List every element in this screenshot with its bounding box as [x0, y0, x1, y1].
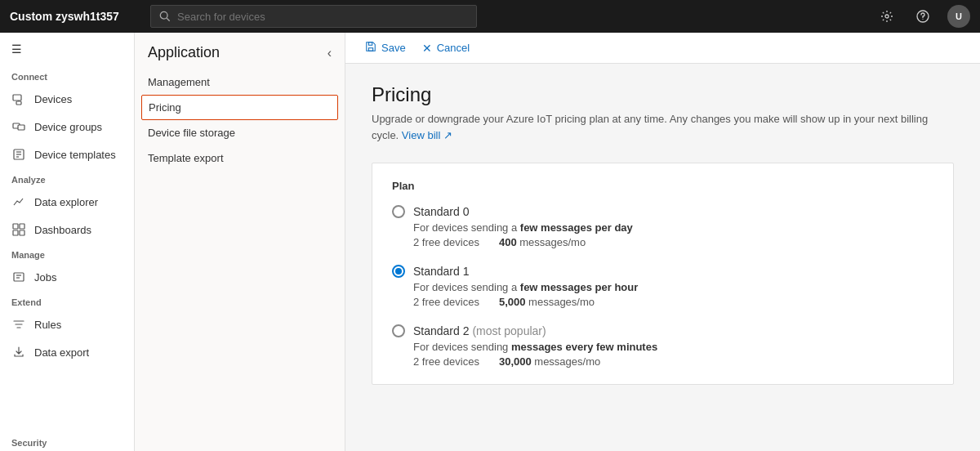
svg-rect-15 [20, 224, 24, 229]
svg-rect-16 [13, 230, 18, 235]
mid-nav-device-file-storage[interactable]: Device file storage [135, 120, 345, 145]
data-export-label: Data export [34, 346, 122, 359]
mid-panel-header: Application ‹ [135, 33, 345, 69]
main-content: Save ✕ Cancel Pricing Upgrade or downgra… [345, 33, 980, 451]
plan-standard-1: Standard 1 For devices sending a few mes… [392, 265, 933, 308]
data-explorer-label: Data explorer [34, 196, 122, 208]
plan-1-desc: For devices sending a few messages per h… [413, 281, 933, 293]
jobs-icon [11, 270, 26, 284]
plan-1-name: Standard 1 [413, 265, 470, 278]
section-security-label: Security [0, 431, 134, 451]
mid-nav-template-export[interactable]: Template export [135, 145, 345, 171]
sidebar-item-data-explorer[interactable]: Data explorer [0, 188, 134, 216]
plan-0-header: Standard 0 [392, 205, 933, 218]
data-explorer-icon [11, 194, 26, 209]
search-bar[interactable] [150, 5, 477, 28]
plan-0-name: Standard 0 [413, 205, 470, 218]
devices-label: Devices [34, 93, 122, 105]
cancel-button[interactable]: ✕ Cancel [422, 41, 470, 55]
plan-2-name: Standard 2 (most popular) [413, 324, 546, 337]
plan-1-radio[interactable] [392, 265, 405, 278]
svg-rect-18 [14, 273, 24, 281]
search-icon [159, 11, 171, 22]
plan-1-details: 2 free devices 5,000 messages/mo [413, 296, 933, 308]
svg-rect-5 [13, 95, 21, 100]
svg-point-4 [922, 19, 923, 20]
sidebar-item-jobs[interactable]: Jobs [0, 263, 134, 291]
cancel-label: Cancel [437, 42, 470, 54]
plan-0-desc: For devices sending a few messages per d… [413, 221, 933, 234]
help-icon[interactable] [911, 5, 934, 28]
sidebar-item-devices[interactable]: Devices [0, 85, 134, 113]
settings-icon[interactable] [875, 5, 898, 28]
svg-rect-6 [16, 101, 21, 105]
cancel-icon: ✕ [422, 42, 432, 55]
section-analyze-label: Analyze [0, 168, 134, 188]
plan-standard-0: Standard 0 For devices sending a few mes… [392, 205, 933, 248]
sidebar-item-device-groups[interactable]: Device groups [0, 113, 134, 141]
svg-rect-14 [13, 224, 18, 229]
plan-2-header: Standard 2 (most popular) [392, 324, 933, 337]
plan-2-radio[interactable] [392, 324, 405, 337]
rules-label: Rules [34, 319, 122, 331]
content-toolbar: Save ✕ Cancel [345, 33, 980, 64]
mid-panel: Application ‹ Management Pricing Device … [135, 33, 345, 451]
avatar[interactable]: U [947, 5, 970, 28]
page-subtitle: Upgrade or downgrade your Azure IoT pric… [372, 111, 954, 143]
section-extend-label: Extend [0, 291, 134, 310]
device-templates-icon [11, 147, 26, 162]
svg-rect-22 [368, 42, 372, 46]
save-button[interactable]: Save [365, 41, 406, 55]
save-label: Save [381, 42, 406, 54]
jobs-label: Jobs [34, 271, 122, 284]
app-title: Custom zyswh1t357 [10, 10, 140, 23]
plan-2-desc: For devices sending messages every few m… [413, 341, 933, 353]
dashboards-label: Dashboards [34, 224, 122, 236]
svg-point-2 [885, 15, 889, 18]
svg-rect-17 [20, 230, 24, 235]
page-title: Pricing [372, 83, 954, 106]
main-layout: ☰ Connect Devices Device groups Device t… [0, 33, 980, 451]
dashboards-icon [11, 222, 26, 237]
plan-section-label: Plan [392, 180, 933, 192]
plan-2-details: 2 free devices 30,000 messages/mo [413, 355, 933, 368]
svg-line-1 [167, 18, 170, 21]
section-manage-label: Manage [0, 243, 134, 263]
svg-rect-21 [368, 48, 372, 51]
sidebar: ☰ Connect Devices Device groups Device t… [0, 33, 135, 451]
sidebar-item-device-templates[interactable]: Device templates [0, 141, 134, 168]
devices-icon [11, 92, 26, 106]
data-export-icon [11, 345, 26, 359]
plan-0-radio[interactable] [392, 205, 405, 218]
mid-nav-management[interactable]: Management [135, 69, 345, 95]
topbar: Custom zyswh1t357 U [0, 0, 980, 33]
content-body: Pricing Upgrade or downgrade your Azure … [345, 64, 980, 451]
sidebar-item-dashboards[interactable]: Dashboards [0, 216, 134, 243]
hamburger-button[interactable]: ☰ [0, 33, 134, 65]
device-groups-icon [11, 119, 26, 134]
mid-panel-collapse-button[interactable]: ‹ [327, 46, 332, 60]
svg-rect-9 [18, 125, 24, 130]
search-input[interactable] [177, 11, 468, 23]
plan-1-header: Standard 1 [392, 265, 933, 278]
view-bill-link[interactable]: View bill ↗ [402, 129, 452, 141]
sidebar-item-rules[interactable]: Rules [0, 310, 134, 338]
device-groups-label: Device groups [34, 121, 122, 133]
svg-point-0 [160, 11, 167, 19]
sidebar-item-data-export[interactable]: Data export [0, 338, 134, 366]
mid-nav-pricing[interactable]: Pricing [141, 95, 338, 120]
plan-0-details: 2 free devices 400 messages/mo [413, 236, 933, 248]
section-connect-label: Connect [0, 65, 134, 85]
device-templates-label: Device templates [34, 149, 122, 161]
save-icon [365, 41, 376, 55]
plan-card: Plan Standard 0 For devices sending a fe… [372, 163, 954, 385]
plan-standard-2: Standard 2 (most popular) For devices se… [392, 324, 933, 368]
topbar-actions: U [875, 5, 970, 28]
rules-icon [11, 317, 26, 332]
mid-panel-title: Application [148, 44, 220, 61]
